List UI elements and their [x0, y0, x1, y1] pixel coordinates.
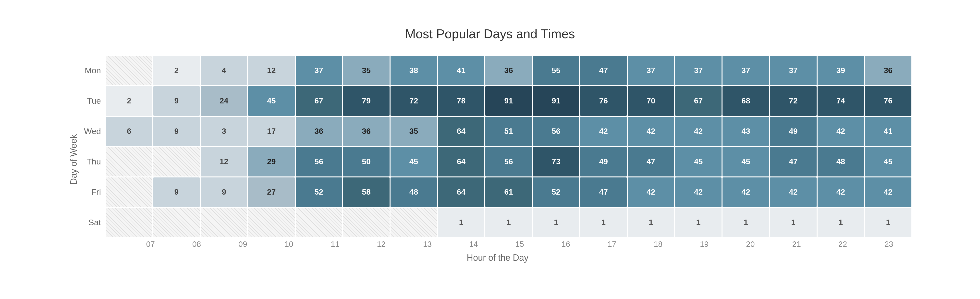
cell: 1	[722, 208, 769, 237]
cell: 12	[248, 56, 295, 85]
row-label: Thu	[84, 147, 106, 177]
cell: 36	[296, 117, 342, 146]
cell: 37	[770, 56, 816, 85]
cell: 79	[343, 86, 390, 116]
cell	[200, 208, 247, 237]
cell: 68	[722, 86, 769, 116]
row-label: Fri	[84, 177, 106, 207]
chart-title: Most Popular Days and Times	[68, 27, 912, 41]
cell: 1	[438, 208, 484, 237]
cell: 52	[296, 177, 342, 207]
cell: 51	[485, 117, 532, 146]
cell: 49	[770, 117, 816, 146]
cell: 74	[818, 86, 864, 116]
cell: 42	[865, 177, 912, 207]
chart-body: Day of Week Mon2412373538413655473737373…	[68, 56, 912, 263]
cell	[153, 208, 200, 237]
cell: 36	[343, 117, 390, 146]
cell: 67	[296, 86, 342, 116]
cell: 6	[106, 117, 153, 146]
cell: 1	[865, 208, 912, 237]
row-label: Tue	[84, 86, 106, 116]
x-axis-label: 21	[774, 240, 819, 249]
cell: 42	[722, 177, 769, 207]
x-axis-label: 23	[866, 240, 912, 249]
cells: 29244567797278919176706768727476	[106, 86, 912, 116]
cells: 1111111111	[106, 208, 912, 237]
x-axis-label: 15	[497, 240, 542, 249]
x-axis-label: 17	[589, 240, 635, 249]
cells: 122956504564567349474545474845	[106, 147, 912, 177]
cell: 58	[343, 177, 390, 207]
row: Sat1111111111	[84, 208, 912, 237]
cell: 91	[533, 86, 579, 116]
cell	[106, 208, 153, 237]
cell: 45	[248, 86, 295, 116]
cell: 78	[438, 86, 484, 116]
cell: 42	[675, 177, 722, 207]
cell: 48	[391, 177, 437, 207]
x-axis-label: 13	[405, 240, 450, 249]
cell: 38	[391, 56, 437, 85]
cell: 35	[343, 56, 390, 85]
cells: 241237353841365547373737373936	[106, 56, 912, 85]
cell: 9	[153, 117, 200, 146]
cell: 9	[200, 177, 247, 207]
cell	[248, 208, 295, 237]
cell: 64	[438, 117, 484, 146]
cell: 47	[580, 56, 627, 85]
x-axis-label: 08	[174, 240, 219, 249]
cell: 91	[485, 86, 532, 116]
cell: 42	[818, 177, 864, 207]
cell: 35	[391, 117, 437, 146]
cell: 45	[865, 147, 912, 177]
cell: 2	[106, 86, 153, 116]
x-axis-label: 07	[128, 240, 173, 249]
cell: 39	[818, 56, 864, 85]
cell: 42	[770, 177, 816, 207]
x-axis-label: 22	[820, 240, 865, 249]
cell: 45	[391, 147, 437, 177]
cell: 55	[533, 56, 579, 85]
chart-inner: Mon241237353841365547373737373936Tue2924…	[84, 56, 912, 263]
cells: 992752584864615247424242424242	[106, 177, 912, 207]
cell: 41	[865, 117, 912, 146]
cell: 70	[628, 86, 674, 116]
cell: 42	[675, 117, 722, 146]
cell: 9	[153, 177, 200, 207]
cell: 49	[580, 147, 627, 177]
row-label: Wed	[84, 117, 106, 146]
cell: 76	[865, 86, 912, 116]
x-axis-label: 19	[682, 240, 727, 249]
x-axis-label: 12	[359, 240, 404, 249]
cell: 36	[485, 56, 532, 85]
cell: 37	[296, 56, 342, 85]
cell: 37	[722, 56, 769, 85]
cell: 64	[438, 177, 484, 207]
x-axis-label: 18	[636, 240, 681, 249]
cell: 37	[675, 56, 722, 85]
cell: 3	[200, 117, 247, 146]
cell: 76	[580, 86, 627, 116]
cell: 50	[343, 147, 390, 177]
cell	[296, 208, 342, 237]
row-label: Mon	[84, 56, 106, 85]
cell: 72	[391, 86, 437, 116]
cell: 52	[533, 177, 579, 207]
cell: 42	[580, 117, 627, 146]
x-axis-title: Hour of the Day	[84, 253, 912, 263]
cell: 37	[628, 56, 674, 85]
y-axis-label: Day of Week	[68, 56, 79, 263]
cell: 1	[533, 208, 579, 237]
cell	[106, 177, 153, 207]
cell: 48	[818, 147, 864, 177]
cell: 2	[153, 56, 200, 85]
cell: 45	[722, 147, 769, 177]
cell: 61	[485, 177, 532, 207]
x-axis-label: 10	[266, 240, 312, 249]
cell: 42	[628, 177, 674, 207]
cell: 47	[770, 147, 816, 177]
row: Fri992752584864615247424242424242	[84, 177, 912, 207]
row: Wed6931736363564515642424243494241	[84, 117, 912, 146]
cell: 47	[580, 177, 627, 207]
